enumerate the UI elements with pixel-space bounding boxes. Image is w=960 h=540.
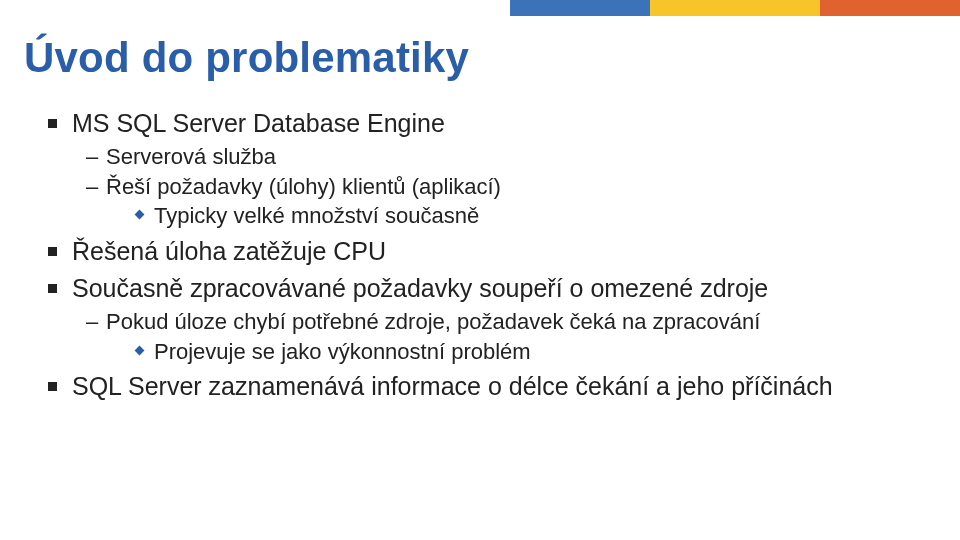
- bullet-text: SQL Server zaznamenává informace o délce…: [72, 372, 833, 400]
- stripe-yellow-icon: [650, 0, 820, 16]
- bullet-item: SQL Server zaznamenává informace o délce…: [42, 371, 930, 402]
- bullet-text: Současně zpracovávané požadavky soupeří …: [72, 274, 768, 302]
- subsubbullet-list: Typicky velké množství současně: [134, 202, 930, 230]
- subbullet-text: Pokud úloze chybí potřebné zdroje, požad…: [106, 309, 760, 334]
- bullet-item: MS SQL Server Database Engine Serverová …: [42, 108, 930, 230]
- subbullet-list: Serverová služba Řeší požadavky (úlohy) …: [84, 143, 930, 230]
- bullet-item: Řešená úloha zatěžuje CPU: [42, 236, 930, 267]
- subbullet-list: Pokud úloze chybí potřebné zdroje, požad…: [84, 308, 930, 365]
- bullet-item: Současně zpracovávané požadavky soupeří …: [42, 273, 930, 365]
- subbullet-item: Serverová služba: [84, 143, 930, 171]
- subsubbullet-list: Projevuje se jako výkonnostní problém: [134, 338, 930, 366]
- subsubbullet-item: Projevuje se jako výkonnostní problém: [134, 338, 930, 366]
- subbullet-text: Řeší požadavky (úlohy) klientů (aplikací…: [106, 174, 501, 199]
- bullet-list: MS SQL Server Database Engine Serverová …: [42, 108, 930, 403]
- slide-title: Úvod do problematiky: [24, 34, 469, 82]
- subsubbullet-text: Projevuje se jako výkonnostní problém: [154, 339, 531, 364]
- stripe-orange-icon: [820, 0, 960, 16]
- top-stripes: [510, 0, 960, 16]
- subbullet-item: Řeší požadavky (úlohy) klientů (aplikací…: [84, 173, 930, 230]
- slide: Úvod do problematiky MS SQL Server Datab…: [0, 0, 960, 540]
- bullet-text: Řešená úloha zatěžuje CPU: [72, 237, 386, 265]
- bullet-text: MS SQL Server Database Engine: [72, 109, 445, 137]
- stripe-blue-icon: [510, 0, 650, 16]
- subbullet-item: Pokud úloze chybí potřebné zdroje, požad…: [84, 308, 930, 365]
- subsubbullet-text: Typicky velké množství současně: [154, 203, 479, 228]
- subsubbullet-item: Typicky velké množství současně: [134, 202, 930, 230]
- slide-content: MS SQL Server Database Engine Serverová …: [42, 108, 930, 409]
- subbullet-text: Serverová služba: [106, 144, 276, 169]
